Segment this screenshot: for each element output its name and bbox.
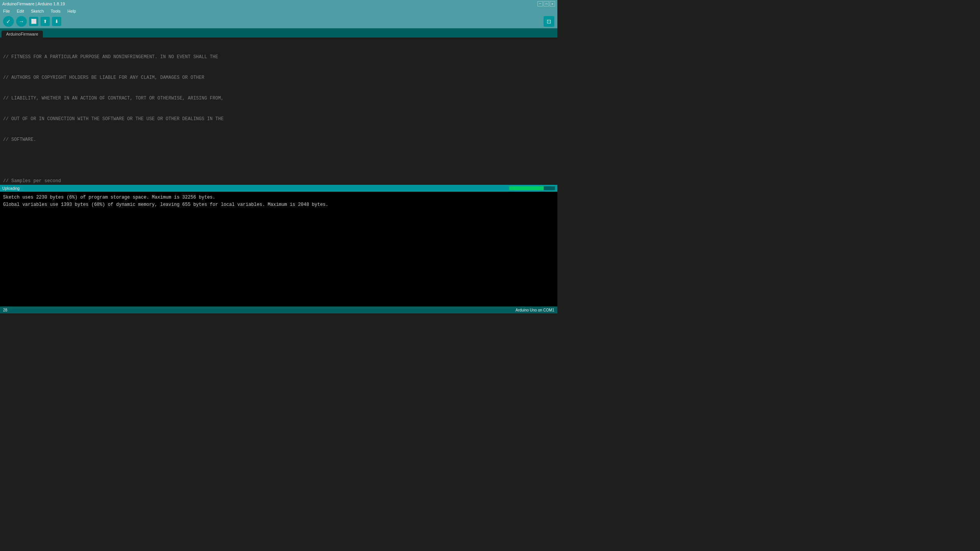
close-button[interactable]: ✕ bbox=[550, 1, 555, 7]
code-line-3: // LIABILITY, WHETHER IN AN ACTION OF CO… bbox=[3, 95, 554, 102]
menubar: File Edit Sketch Tools Help bbox=[0, 8, 557, 15]
code-line-7: // Samples per second bbox=[3, 178, 554, 184]
code-line-6 bbox=[3, 157, 554, 164]
serial-monitor-button[interactable]: ⊡ bbox=[544, 16, 554, 27]
progress-bar-container bbox=[509, 186, 555, 190]
save-button[interactable]: ⬇ bbox=[52, 17, 61, 26]
bottom-status-bar: 28 Arduino Uno on COM1 bbox=[0, 306, 557, 313]
code-line-2: // AUTHORS OR COPYRIGHT HOLDERS BE LIABL… bbox=[3, 74, 554, 81]
menu-edit[interactable]: Edit bbox=[15, 9, 26, 13]
menu-sketch[interactable]: Sketch bbox=[29, 9, 46, 13]
minimize-button[interactable]: — bbox=[537, 1, 543, 7]
upload-button[interactable]: → bbox=[16, 16, 27, 27]
console-output: Sketch uses 2230 bytes (6%) of program s… bbox=[0, 192, 557, 306]
progress-bar bbox=[509, 186, 544, 190]
board-port: Arduino Uno on COM1 bbox=[516, 308, 554, 312]
code-line-4: // OUT OF OR IN CONNECTION WITH THE SOFT… bbox=[3, 116, 554, 122]
status-bar: Uploading bbox=[0, 185, 557, 192]
line-number: 28 bbox=[3, 308, 7, 312]
code-line-5: // SOFTWARE. bbox=[3, 136, 554, 143]
open-button[interactable]: ⬆ bbox=[41, 17, 50, 26]
menu-file[interactable]: File bbox=[2, 9, 11, 13]
maximize-button[interactable]: ❐ bbox=[544, 1, 549, 7]
window-controls[interactable]: — ❐ ✕ bbox=[537, 1, 555, 7]
tab-arduinofirmware[interactable]: ArduinoFirmware bbox=[2, 31, 43, 37]
new-button[interactable]: ⬜ bbox=[29, 17, 38, 26]
window-title: ArduinoFirmware | Arduino 1.8.19 bbox=[2, 2, 65, 6]
menu-tools[interactable]: Tools bbox=[49, 9, 62, 13]
tabbar: ArduinoFirmware bbox=[0, 28, 557, 37]
code-line-1: // FITNESS FOR A PARTICULAR PURPOSE AND … bbox=[3, 54, 554, 60]
toolbar: ✓ → ⬜ ⬆ ⬇ ⊡ bbox=[0, 15, 557, 28]
menu-help[interactable]: Help bbox=[66, 9, 78, 13]
console-line-1: Sketch uses 2230 bytes (6%) of program s… bbox=[3, 194, 554, 201]
uploading-label: Uploading bbox=[2, 186, 20, 191]
verify-button[interactable]: ✓ bbox=[3, 16, 14, 27]
console-line-2: Global variables use 1393 bytes (68%) of… bbox=[3, 201, 554, 209]
titlebar: ArduinoFirmware | Arduino 1.8.19 — ❐ ✕ bbox=[0, 0, 557, 8]
code-editor[interactable]: // FITNESS FOR A PARTICULAR PURPOSE AND … bbox=[0, 37, 557, 185]
